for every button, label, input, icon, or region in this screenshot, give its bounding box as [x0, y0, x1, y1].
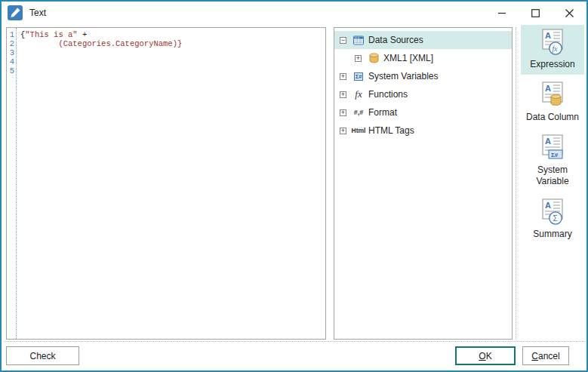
expand-toggle[interactable]: +: [340, 73, 346, 80]
check-button[interactable]: Check: [6, 346, 79, 365]
database-icon: [367, 53, 380, 63]
tree-item-system-variables[interactable]: + Σ# System Variables: [334, 67, 512, 85]
close-button[interactable]: [553, 2, 586, 24]
expand-toggle[interactable]: +: [340, 109, 346, 116]
tree-item-html-tags[interactable]: + Html HTML Tags: [334, 121, 512, 140]
tree-item-label: HTML Tags: [368, 125, 414, 136]
line-number: 2: [7, 39, 14, 48]
tree-item-label: System Variables: [368, 71, 438, 81]
title-bar[interactable]: Text: [2, 2, 586, 24]
tree-item-data-sources[interactable]: − Data Sources: [334, 31, 512, 49]
line-number: 4: [7, 57, 14, 66]
svg-text:Σ: Σ: [553, 214, 558, 223]
minimize-button[interactable]: [485, 2, 519, 24]
ok-button[interactable]: OK: [455, 346, 516, 365]
tree-item-label: Data Sources: [368, 35, 423, 45]
tree-item-label: XML1 [XML]: [383, 53, 433, 63]
expand-toggle[interactable]: +: [340, 128, 346, 134]
window-controls: [485, 2, 586, 24]
svg-text:A: A: [545, 201, 551, 210]
expression-icon: A fx: [538, 29, 567, 56]
footer-separator: [4, 341, 584, 342]
tree-item-format[interactable]: + #,# Format: [334, 103, 512, 121]
mode-label: Summary: [533, 229, 571, 240]
code-line-2: (Categories.CategoryName)}: [20, 39, 325, 48]
close-icon: [565, 9, 574, 17]
html-icon: Html: [352, 127, 365, 134]
minimize-icon: [498, 9, 506, 17]
data-column-icon: A: [538, 81, 567, 109]
system-variable-icon: A Σ#: [538, 134, 567, 161]
svg-text:A: A: [545, 31, 551, 40]
text-editor-dialog: Text 1 2 3 4 5 {"This is a" + (Categorie…: [0, 0, 588, 372]
code-line-1: {"This is a" +: [20, 30, 325, 39]
vertical-separator: [516, 27, 516, 340]
tree-item-functions[interactable]: + fx Functions: [334, 85, 512, 103]
tree-item-label: Format: [368, 107, 397, 118]
mode-label: Expression: [530, 59, 574, 70]
line-number: 5: [7, 66, 14, 75]
tree-item-xml1[interactable]: + XML1 [XML]: [334, 49, 512, 67]
line-number: 3: [7, 48, 14, 57]
expand-toggle[interactable]: +: [355, 55, 362, 62]
expression-mode-button[interactable]: A fx Expression: [521, 25, 584, 75]
collapse-toggle[interactable]: −: [340, 37, 346, 44]
tree-item-label: Functions: [368, 89, 408, 100]
expression-editor[interactable]: 1 2 3 4 5 {"This is a" + (Categories.Cat…: [6, 27, 326, 340]
line-number: 1: [7, 30, 14, 39]
mode-label: System Variable: [522, 164, 583, 187]
sigma-hash-icon: Σ#: [352, 72, 365, 81]
code-text[interactable]: {"This is a" + (Categories.CategoryName)…: [17, 28, 325, 339]
text-edit-pen-icon: [8, 5, 23, 20]
system-variable-mode-button[interactable]: A Σ# System Variable: [521, 131, 584, 192]
maximize-icon: [531, 9, 540, 17]
cancel-button[interactable]: Cancel: [522, 346, 569, 365]
summary-mode-button[interactable]: A Σ Summary: [521, 195, 584, 244]
line-number-gutter: 1 2 3 4 5: [7, 28, 17, 339]
number-format-icon: #,#: [352, 109, 365, 116]
table-icon: [352, 35, 365, 45]
expand-toggle[interactable]: +: [340, 91, 346, 98]
summary-icon: A Σ: [538, 198, 567, 226]
mode-label: Data Column: [526, 112, 579, 123]
svg-text:A: A: [545, 84, 551, 93]
svg-text:A: A: [545, 137, 551, 146]
data-column-mode-button[interactable]: A Data Column: [521, 78, 584, 128]
svg-text:Σ#: Σ#: [551, 152, 559, 158]
fx-icon: fx: [352, 88, 365, 100]
dictionary-tree: − Data Sources +: [334, 27, 513, 340]
window-title: Text: [29, 8, 46, 18]
maximize-button[interactable]: [519, 2, 553, 24]
insert-mode-sidebar: A fx Expression A: [521, 25, 584, 247]
svg-text:fx: fx: [553, 45, 559, 53]
